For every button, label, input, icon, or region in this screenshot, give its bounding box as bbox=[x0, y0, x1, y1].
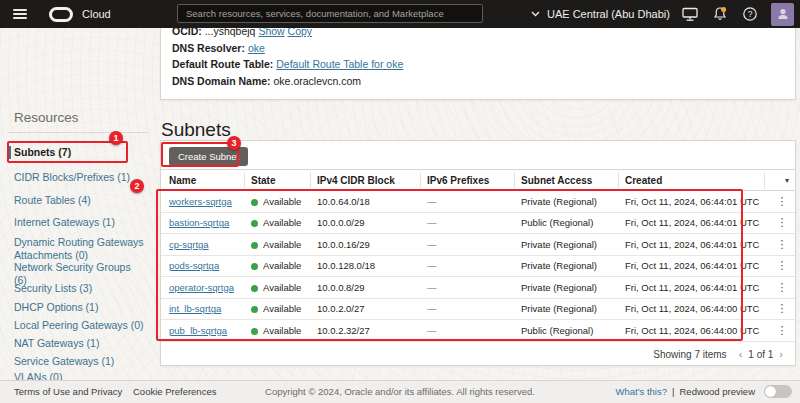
subnet-link[interactable]: bastion-sqrtga bbox=[169, 217, 229, 228]
sidebar-item[interactable]: Service Gateways (1) bbox=[14, 355, 146, 368]
dns-domain-line: DNS Domain Name: oke.oraclevcn.com bbox=[172, 75, 795, 88]
dns-resolver-link[interactable]: oke bbox=[248, 42, 265, 54]
cell-state: Available bbox=[251, 282, 317, 293]
cell-name: operator-sqrtga bbox=[169, 282, 251, 293]
subnet-link[interactable]: pub_lb-sqrtga bbox=[169, 325, 227, 336]
table-row: pods-sqrtga Available 10.0.128.0/18 — Pr… bbox=[161, 256, 795, 278]
redwood-preview-toggle[interactable] bbox=[764, 385, 792, 398]
row-actions-menu-icon[interactable]: ⋮ bbox=[771, 238, 793, 251]
subnet-link[interactable]: workers-sqrtga bbox=[169, 196, 232, 207]
sidebar-item[interactable]: Security Lists (3) bbox=[14, 282, 146, 295]
route-table-line: Default Route Table: Default Route Table… bbox=[172, 58, 795, 71]
column-header-state[interactable]: State bbox=[251, 175, 317, 186]
vcn-details-panel: OCID: ...yshqbejq Show Copy DNS Resolver… bbox=[160, 28, 796, 100]
svg-text:?: ? bbox=[747, 9, 752, 19]
dns-domain-value: oke.oraclevcn.com bbox=[274, 75, 362, 87]
showing-items-label: Showing 7 items bbox=[653, 349, 726, 360]
subnet-link[interactable]: cp-sqrtga bbox=[169, 239, 209, 250]
page-indicator: 1 of 1 bbox=[748, 349, 773, 360]
cell-subnet-access: Private (Regional) bbox=[521, 282, 625, 293]
cell-ipv6-prefixes: — bbox=[427, 239, 521, 250]
sidebar-divider bbox=[8, 132, 149, 133]
subnet-link[interactable]: operator-sqrtga bbox=[169, 282, 234, 293]
table-body: workers-sqrtga Available 10.0.64.0/18 — … bbox=[161, 191, 795, 342]
sidebar-item[interactable]: DHCP Options (1) bbox=[14, 301, 146, 314]
page-footer: Terms of Use and Privacy Cookie Preferen… bbox=[0, 380, 800, 403]
row-actions-menu-icon[interactable]: ⋮ bbox=[771, 281, 793, 294]
sidebar-item[interactable]: Subnets (7) bbox=[14, 146, 146, 159]
sidebar-item[interactable]: NAT Gateways (1) bbox=[14, 337, 146, 350]
create-subnet-button[interactable]: Create Subnet bbox=[169, 147, 248, 166]
status-dot-icon bbox=[251, 285, 258, 292]
cell-ipv4-cidr: 10.0.128.0/18 bbox=[317, 260, 427, 271]
table-header-row: Name State IPv4 CIDR Block IPv6 Prefixes… bbox=[161, 169, 795, 191]
sidebar-item[interactable]: Local Peering Gateways (0) bbox=[14, 319, 146, 332]
next-page-button[interactable]: › bbox=[779, 348, 783, 360]
status-dot-icon bbox=[251, 328, 258, 335]
cell-ipv6-prefixes: — bbox=[427, 282, 521, 293]
sidebar-item[interactable]: CIDR Blocks/Prefixes (1) bbox=[14, 171, 146, 184]
column-header-name[interactable]: Name bbox=[169, 175, 251, 186]
cell-ipv6-prefixes: — bbox=[427, 260, 521, 271]
oracle-logo[interactable] bbox=[49, 7, 73, 22]
row-actions-menu-icon[interactable]: ⋮ bbox=[771, 302, 793, 315]
cell-subnet-access: Public (Regional) bbox=[521, 325, 625, 336]
help-icon[interactable]: ? bbox=[741, 6, 758, 23]
row-actions-menu-icon[interactable]: ⋮ bbox=[771, 216, 793, 229]
table-row: pub_lb-sqrtga Available 10.0.2.32/27 — P… bbox=[161, 320, 795, 342]
status-dot-icon bbox=[251, 199, 258, 206]
menu-icon[interactable] bbox=[13, 9, 27, 19]
column-header-ipv4[interactable]: IPv4 CIDR Block bbox=[317, 175, 427, 186]
row-actions-menu-icon[interactable]: ⋮ bbox=[771, 259, 793, 272]
cell-ipv4-cidr: 10.0.2.32/27 bbox=[317, 325, 427, 336]
region-selector[interactable]: UAE Central (Abu Dhabi) bbox=[531, 0, 670, 28]
sidebar-item[interactable]: Internet Gateways (1) bbox=[14, 216, 146, 229]
row-actions-menu-icon[interactable]: ⋮ bbox=[771, 324, 793, 337]
status-dot-icon bbox=[251, 306, 258, 313]
cell-ipv6-prefixes: — bbox=[427, 217, 521, 228]
notifications-icon[interactable] bbox=[711, 6, 728, 23]
cell-ipv6-prefixes: — bbox=[427, 325, 521, 336]
column-header-created[interactable]: Created bbox=[625, 175, 771, 186]
table-row: operator-sqrtga Available 10.0.0.8/29 — … bbox=[161, 277, 795, 299]
previous-page-button[interactable]: ‹ bbox=[739, 348, 743, 360]
whats-this-link[interactable]: What's this? bbox=[616, 386, 667, 397]
cell-created: Fri, Oct 11, 2024, 06:44:01 UTC bbox=[625, 217, 771, 228]
sort-caret-icon[interactable]: ▾ bbox=[771, 176, 793, 185]
subnet-link[interactable]: pods-sqrtga bbox=[169, 260, 219, 271]
cell-created: Fri, Oct 11, 2024, 06:44:01 UTC bbox=[625, 282, 771, 293]
status-dot-icon bbox=[251, 220, 258, 227]
row-actions-menu-icon[interactable]: ⋮ bbox=[771, 195, 793, 208]
cell-state: Available bbox=[251, 325, 317, 336]
dns-domain-label: DNS Domain Name: bbox=[172, 75, 271, 87]
redwood-preview-label: Redwood preview bbox=[679, 386, 755, 397]
search-input[interactable] bbox=[177, 4, 483, 23]
sidebar-item[interactable]: Dynamic Routing Gateways Attachments (0) bbox=[14, 236, 146, 261]
cell-created: Fri, Oct 11, 2024, 06:44:01 UTC bbox=[625, 239, 771, 250]
column-header-ipv6[interactable]: IPv6 Prefixes bbox=[427, 175, 521, 186]
cell-ipv4-cidr: 10.0.2.0/27 bbox=[317, 303, 427, 314]
sidebar-item[interactable]: Route Tables (4) bbox=[14, 194, 146, 207]
cell-created: Fri, Oct 11, 2024, 06:44:01 UTC bbox=[625, 260, 771, 271]
ocid-show-link[interactable]: Show bbox=[258, 28, 284, 37]
cell-ipv4-cidr: 10.0.0.16/29 bbox=[317, 239, 427, 250]
cloud-shell-icon[interactable] bbox=[681, 6, 698, 23]
status-text: Available bbox=[263, 325, 301, 336]
cell-state: Available bbox=[251, 303, 317, 314]
cell-created: Fri, Oct 11, 2024, 06:44:00 UTC bbox=[625, 303, 771, 314]
subnet-link[interactable]: int_lb-sqrtga bbox=[169, 303, 221, 314]
status-text: Available bbox=[263, 303, 301, 314]
profile-icon[interactable] bbox=[771, 3, 794, 26]
status-dot-icon bbox=[251, 263, 258, 270]
table-row: workers-sqrtga Available 10.0.64.0/18 — … bbox=[161, 191, 795, 213]
cell-subnet-access: Public (Regional) bbox=[521, 217, 625, 228]
cell-name: int_lb-sqrtga bbox=[169, 303, 251, 314]
ocid-label: OCID: bbox=[172, 28, 202, 37]
cell-name: pods-sqrtga bbox=[169, 260, 251, 271]
cell-name: cp-sqrtga bbox=[169, 239, 251, 250]
ocid-copy-link[interactable]: Copy bbox=[288, 28, 313, 37]
column-header-access[interactable]: Subnet Access bbox=[521, 175, 625, 186]
cell-name: bastion-sqrtga bbox=[169, 217, 251, 228]
subnets-table-panel: Create Subnet Name State IPv4 CIDR Block… bbox=[160, 140, 796, 366]
route-table-link[interactable]: Default Route Table for oke bbox=[276, 58, 403, 70]
